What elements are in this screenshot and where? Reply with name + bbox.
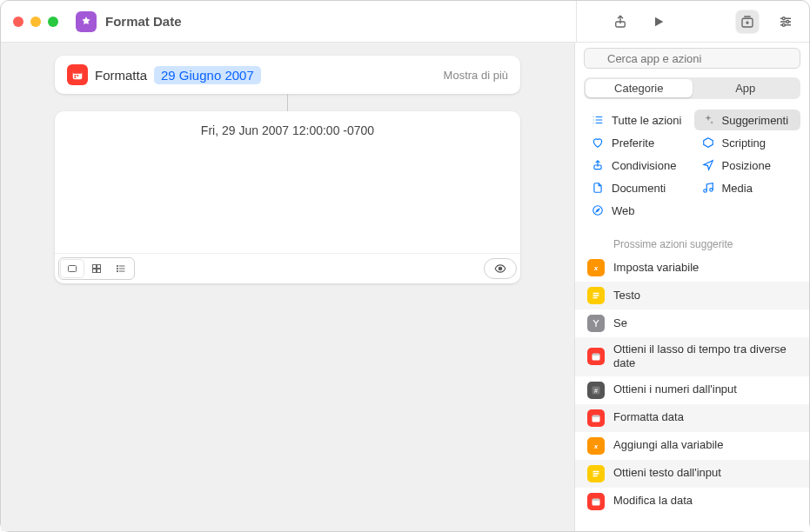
≡-icon xyxy=(587,465,605,482)
category-label: Suggerimenti xyxy=(722,114,789,127)
library-tabs: Categorie App xyxy=(584,77,800,99)
category-favorites[interactable]: Preferite xyxy=(584,132,691,153)
svg-rect-33 xyxy=(592,498,600,501)
svg-rect-13 xyxy=(93,269,97,273)
action-connector xyxy=(287,94,288,111)
view-grid-button[interactable] xyxy=(85,260,108,277)
suggestion-label: Modifica la data xyxy=(613,494,693,508)
svg-rect-30 xyxy=(592,415,600,417)
search-input[interactable] xyxy=(584,48,800,69)
category-location[interactable]: Posizione xyxy=(694,155,801,176)
result-preview: Fri, 29 Jun 2007 12:00:00 -0700 xyxy=(55,111,520,283)
svg-point-4 xyxy=(782,23,785,26)
library-button[interactable] xyxy=(736,10,759,33)
suggestion-item[interactable]: xImposta variabile xyxy=(575,254,809,282)
x-icon: x xyxy=(587,259,605,276)
view-list-button[interactable] xyxy=(110,260,132,277)
suggestion-item[interactable]: Se xyxy=(575,309,809,337)
suggestion-label: Ottieni il lasso di tempo tra diverse da… xyxy=(613,342,797,371)
list-icon xyxy=(591,113,605,127)
show-more-button[interactable]: Mostra di più xyxy=(444,69,508,82)
action-name: Formatta xyxy=(95,68,147,83)
svg-text:x: x xyxy=(593,264,599,272)
suggestion-item[interactable]: #Ottieni i numeri dall'input xyxy=(575,376,809,404)
category-suggestions[interactable]: Suggerimenti xyxy=(694,110,801,130)
category-sharing[interactable]: Condivisione xyxy=(584,155,691,176)
suggestion-item[interactable]: Ottieni testo dall'input xyxy=(575,460,809,488)
action-format-date[interactable]: Formatta 29 Giugno 2007 Mostra di più xyxy=(55,56,520,94)
view-single-button[interactable] xyxy=(61,260,84,277)
svg-rect-14 xyxy=(97,269,101,273)
suggestion-label: Formatta data xyxy=(613,410,684,424)
suggestion-item[interactable]: Testo xyxy=(575,282,809,309)
workflow-editor[interactable]: Formatta 29 Giugno 2007 Mostra di più Fr… xyxy=(1,43,574,531)
shortcut-app-icon xyxy=(76,11,97,32)
category-label: Preferite xyxy=(612,136,654,150)
suggestion-label: Testo xyxy=(613,289,640,303)
svg-rect-8 xyxy=(77,75,78,76)
zoom-icon[interactable] xyxy=(48,17,58,27)
result-text: Fri, 29 Jun 2007 12:00:00 -0700 xyxy=(55,111,520,150)
tab-apps[interactable]: App xyxy=(693,79,800,97)
svg-rect-9 xyxy=(75,76,77,78)
minimize-icon[interactable] xyxy=(30,17,41,27)
result-toolbar xyxy=(55,253,520,283)
category-label: Posizione xyxy=(722,159,771,172)
heart-icon xyxy=(591,136,605,150)
svg-text:x: x xyxy=(593,442,599,449)
svg-point-22 xyxy=(709,189,713,192)
category-web[interactable]: Web xyxy=(584,200,691,221)
library-sidebar: Categorie App Tutte le azioni Suggerimen… xyxy=(574,43,809,531)
quicklook-button[interactable] xyxy=(484,258,517,279)
close-icon[interactable] xyxy=(13,17,23,27)
suggestion-item[interactable]: xAggiungi alla variabile xyxy=(575,432,809,460)
suggestion-label: Aggiungi alla variabile xyxy=(613,438,723,452)
category-label: Condivisione xyxy=(612,159,676,172)
svg-point-3 xyxy=(787,20,789,23)
run-button[interactable] xyxy=(647,10,670,33)
tab-categories[interactable]: Categorie xyxy=(586,79,693,97)
category-label: Web xyxy=(612,204,635,217)
svg-point-15 xyxy=(117,265,118,267)
suggestion-label: Imposta variabile xyxy=(613,261,699,275)
suggestion-item[interactable]: Modifica la data xyxy=(575,488,809,515)
titlebar-divider xyxy=(576,1,577,43)
svg-point-18 xyxy=(499,267,502,270)
svg-point-2 xyxy=(782,17,785,19)
svg-text:#: # xyxy=(594,387,598,393)
location-icon xyxy=(701,158,715,172)
cal-icon xyxy=(587,409,605,427)
cal-icon xyxy=(587,348,605,365)
search-row xyxy=(575,43,809,72)
category-grid: Tutte le azioni Suggerimenti Preferite S… xyxy=(575,104,809,229)
settings-button[interactable] xyxy=(774,10,797,33)
category-label: Tutte le azioni xyxy=(612,114,681,127)
svg-rect-7 xyxy=(75,75,77,76)
category-label: Scripting xyxy=(722,136,766,150)
suggestions-list: xImposta variabileTestoSeOttieni il lass… xyxy=(575,254,809,515)
titlebar-actions xyxy=(609,10,797,33)
svg-rect-26 xyxy=(592,354,600,356)
calendar-icon xyxy=(67,64,88,85)
category-documents[interactable]: Documenti xyxy=(584,177,691,198)
≡-icon xyxy=(587,287,605,304)
category-label: Documenti xyxy=(612,182,666,195)
#-icon: # xyxy=(587,382,605,399)
x-icon: x xyxy=(587,437,605,455)
suggestion-item[interactable]: Formatta data xyxy=(575,404,809,432)
svg-point-21 xyxy=(703,190,706,193)
suggestion-item[interactable]: Ottieni il lasso di tempo tra diverse da… xyxy=(575,337,809,376)
svg-rect-11 xyxy=(93,265,97,269)
svg-point-23 xyxy=(593,206,603,216)
action-date-token[interactable]: 29 Giugno 2007 xyxy=(154,66,261,84)
document-icon xyxy=(591,181,605,195)
music-icon xyxy=(701,181,715,195)
suggestion-label: Ottieni testo dall'input xyxy=(613,466,721,480)
category-scripting[interactable]: Scripting xyxy=(694,132,801,153)
category-all-actions[interactable]: Tutte le azioni xyxy=(584,110,691,130)
svg-rect-10 xyxy=(69,266,77,272)
suggestion-label: Se xyxy=(613,316,627,330)
svg-rect-12 xyxy=(97,265,101,269)
category-media[interactable]: Media xyxy=(694,177,801,198)
share-button[interactable] xyxy=(609,10,632,33)
